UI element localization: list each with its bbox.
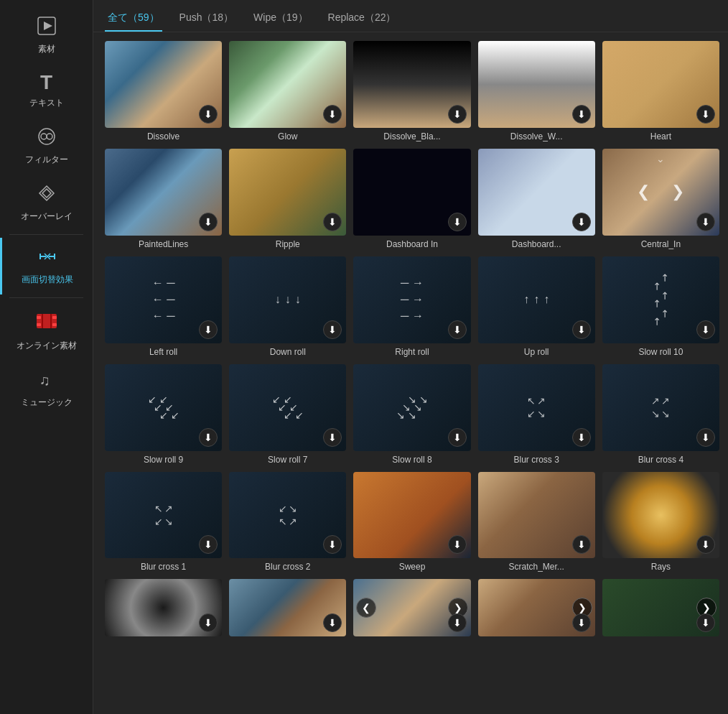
sidebar-item-tekisuto[interactable]: T テキスト bbox=[0, 64, 93, 118]
download-button[interactable]: ⬇ bbox=[199, 320, 218, 339]
download-button[interactable]: ⬇ bbox=[199, 213, 218, 231]
sidebar-item-overlay[interactable]: オーバーレイ bbox=[0, 175, 93, 231]
download-button[interactable]: ⬇ bbox=[696, 428, 715, 447]
list-item[interactable]: ⬇ bbox=[105, 579, 222, 636]
download-button[interactable]: ⬇ bbox=[323, 613, 342, 632]
download-button[interactable]: ⬇ bbox=[696, 320, 715, 339]
thumbnail-dissolve-bla[interactable]: ⬇ bbox=[353, 41, 470, 128]
list-item[interactable]: ❯ ⬇ bbox=[478, 579, 595, 636]
thumbnail-central-in[interactable]: ❮ ❯ ⌄ ⬇ bbox=[602, 149, 719, 236]
download-button[interactable]: ⬇ bbox=[448, 613, 467, 632]
tab-wipe[interactable]: Wipe（19） bbox=[251, 7, 310, 32]
thumbnail-blur-cross-2[interactable]: ↙↘ ↖↗ ⬇ bbox=[229, 472, 346, 559]
thumbnail-row6-4[interactable]: ❯ ⬇ bbox=[478, 579, 595, 636]
thumbnail-dashboard-w[interactable]: ⬇ bbox=[478, 149, 595, 236]
list-item[interactable]: ⬇ Sweep bbox=[353, 472, 470, 572]
list-item[interactable]: ⬇ Dissolve_Bla... bbox=[353, 41, 470, 142]
download-button[interactable]: ⬇ bbox=[323, 213, 342, 231]
thumbnail-ripple[interactable]: ⬇ bbox=[229, 149, 346, 236]
list-item[interactable]: ↙ ↙ ↙ ↙ ↙ ↙ ⬇ Slow roll 7 bbox=[229, 364, 346, 465]
download-button[interactable]: ⬇ bbox=[199, 535, 218, 554]
download-button[interactable]: ⬇ bbox=[199, 613, 218, 632]
thumbnail-painted[interactable]: ⬇ bbox=[105, 149, 222, 236]
list-item[interactable]: ❯ ⬇ bbox=[602, 579, 719, 636]
list-item[interactable]: ↑ ↑ ↑ ⬇ Up roll bbox=[478, 256, 595, 357]
list-item[interactable]: ↙↘ ↖↗ ⬇ Blur cross 2 bbox=[229, 472, 346, 572]
download-button[interactable]: ⬇ bbox=[696, 535, 715, 554]
download-button[interactable]: ⬇ bbox=[323, 535, 342, 554]
download-button[interactable]: ⬇ bbox=[448, 213, 467, 231]
download-button[interactable]: ⬇ bbox=[323, 320, 342, 339]
download-button[interactable]: ⬇ bbox=[696, 613, 715, 632]
thumbnail-slow-roll-7[interactable]: ↙ ↙ ↙ ↙ ↙ ↙ ⬇ bbox=[229, 364, 346, 451]
download-button[interactable]: ⬇ bbox=[199, 428, 218, 447]
thumbnail-down-roll[interactable]: ↓ ↓ ↓ ⬇ bbox=[229, 256, 346, 343]
download-button[interactable]: ⬇ bbox=[572, 213, 591, 231]
thumbnail-blur-cross-3[interactable]: ↖↗ ↙↘ ⬇ bbox=[478, 364, 595, 451]
thumbnail-sweep[interactable]: ⬇ bbox=[353, 472, 470, 559]
tab-replace[interactable]: Replace（22） bbox=[325, 7, 399, 32]
download-button[interactable]: ⬇ bbox=[448, 105, 467, 124]
list-item[interactable]: ⬇ Dashboard... bbox=[478, 149, 595, 249]
thumbnail-row6-1[interactable]: ⬇ bbox=[105, 579, 222, 636]
list-item[interactable]: ↖↗ ↙↘ ⬇ Blur cross 1 bbox=[105, 472, 222, 572]
list-item[interactable]: ⬇ Glow bbox=[229, 41, 346, 142]
download-button[interactable]: ⬇ bbox=[448, 428, 467, 447]
thumbnail-glow[interactable]: ⬇ bbox=[229, 41, 346, 128]
thumbnail-rays[interactable]: ⬇ bbox=[602, 472, 719, 559]
thumbnail-row6-3[interactable]: ❮ ❯ ⬇ bbox=[353, 579, 470, 636]
thumbnail-slow-roll-10[interactable]: ↗↗ ↗↗ ↗↗ ⬇ bbox=[602, 256, 719, 343]
sidebar-item-transitions[interactable]: 画面切替効果 bbox=[0, 238, 93, 295]
tab-all[interactable]: 全て（59） bbox=[105, 7, 162, 32]
thumbnail-dissolve[interactable]: ⬇ bbox=[105, 41, 222, 128]
list-item[interactable]: ❮ ❯ ⬇ bbox=[353, 579, 470, 636]
list-item[interactable]: ⬇ Ripple bbox=[229, 149, 346, 249]
thumbnail-left-roll[interactable]: ← ─ ← ─ ← ─ ⬇ bbox=[105, 256, 222, 343]
thumbnail-row6-5[interactable]: ❯ ⬇ bbox=[602, 579, 719, 636]
download-button[interactable]: ⬇ bbox=[572, 428, 591, 447]
list-item[interactable]: ↗↗ ↘↘ ⬇ Blur cross 4 bbox=[602, 364, 719, 465]
list-item[interactable]: ↙ ↙ ↙ ↙ ↙ ↙ ⬇ Slow roll 9 bbox=[105, 364, 222, 465]
download-button[interactable]: ⬇ bbox=[199, 105, 218, 124]
list-item[interactable]: ⬇ Rays bbox=[602, 472, 719, 572]
download-button[interactable]: ⬇ bbox=[323, 428, 342, 447]
list-item[interactable]: ⬇ Dissolve bbox=[105, 41, 222, 142]
thumbnail-row6-2[interactable]: ⬇ bbox=[229, 579, 346, 636]
thumbnail-dissolve-w[interactable]: ⬇ bbox=[478, 41, 595, 128]
thumbnail-dashboard-in[interactable]: ⬇ bbox=[353, 149, 470, 236]
list-item[interactable]: ↖↗ ↙↘ ⬇ Blur cross 3 bbox=[478, 364, 595, 465]
list-item[interactable]: ↓ ↓ ↓ ⬇ Down roll bbox=[229, 256, 346, 357]
list-item[interactable]: ⬇ bbox=[229, 579, 346, 636]
sidebar-item-music[interactable]: ♫ ミュージック bbox=[0, 361, 93, 417]
thumbnail-scratch-mer[interactable]: ⬇ bbox=[478, 472, 595, 559]
thumbnail-blur-cross-1[interactable]: ↖↗ ↙↘ ⬇ bbox=[105, 472, 222, 559]
thumbnail-right-roll[interactable]: ─ → ─ → ─ → ⬇ bbox=[353, 256, 470, 343]
thumbnail-up-roll[interactable]: ↑ ↑ ↑ ⬇ bbox=[478, 256, 595, 343]
download-button[interactable]: ⬇ bbox=[448, 320, 467, 339]
download-button[interactable]: ⬇ bbox=[572, 535, 591, 554]
list-item[interactable]: ↗↗ ↗↗ ↗↗ ⬇ Slow roll 10 bbox=[602, 256, 719, 357]
list-item[interactable]: ⬇ Dissolve_W... bbox=[478, 41, 595, 142]
thumbnail-heart[interactable]: ⬇ bbox=[602, 41, 719, 128]
list-item[interactable]: ─ → ─ → ─ → ⬇ Right roll bbox=[353, 256, 470, 357]
sidebar-item-filter[interactable]: フィルター bbox=[0, 118, 93, 175]
thumbnail-blur-cross-4[interactable]: ↗↗ ↘↘ ⬇ bbox=[602, 364, 719, 451]
list-item[interactable]: ⬇ Scratch_Mer... bbox=[478, 472, 595, 572]
list-item[interactable]: ← ─ ← ─ ← ─ ⬇ Left roll bbox=[105, 256, 222, 357]
list-item[interactable]: ⬇ PaintedLines bbox=[105, 149, 222, 249]
sidebar-item-sozai[interactable]: 素材 bbox=[0, 7, 93, 64]
sidebar-item-online[interactable]: オンライン素材 bbox=[0, 301, 93, 361]
list-item[interactable]: ⬇ Dashboard In bbox=[353, 149, 470, 249]
tab-push[interactable]: Push（18） bbox=[177, 7, 236, 32]
list-item[interactable]: ❮ ❯ ⌄ ⬇ Central_In bbox=[602, 149, 719, 249]
thumbnail-slow-roll-8[interactable]: ↘ ↘ ↘ ↘ ↘ ↘ ⬇ bbox=[353, 364, 470, 451]
download-button[interactable]: ⬇ bbox=[572, 613, 591, 632]
download-button[interactable]: ⬇ bbox=[696, 213, 715, 231]
download-button[interactable]: ⬇ bbox=[323, 105, 342, 124]
download-button[interactable]: ⬇ bbox=[448, 535, 467, 554]
download-button[interactable]: ⬇ bbox=[572, 320, 591, 339]
list-item[interactable]: ⬇ Heart bbox=[602, 41, 719, 142]
download-button[interactable]: ⬇ bbox=[572, 105, 591, 124]
download-button[interactable]: ⬇ bbox=[696, 105, 715, 124]
thumbnail-slow-roll-9[interactable]: ↙ ↙ ↙ ↙ ↙ ↙ ⬇ bbox=[105, 364, 222, 451]
